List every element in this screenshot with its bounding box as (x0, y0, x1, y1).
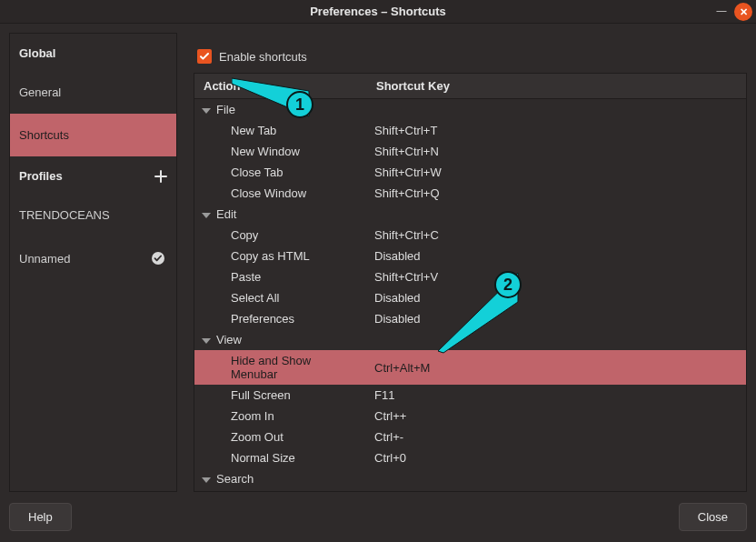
chevron-down-icon (202, 213, 211, 218)
sidebar-profile-trendoceans[interactable]: TRENDOCEANS (10, 194, 176, 236)
group-row[interactable]: File (194, 99, 746, 121)
shortcut-key: Shift+Ctrl+F (367, 489, 746, 492)
shortcut-key: Ctrl+- (367, 427, 746, 447)
shortcuts-table: Action Shortcut Key FileNew TabShift+Ctr… (194, 74, 746, 492)
shortcut-key: Ctrl+Alt+M (367, 350, 746, 385)
shortcut-action: Paste (194, 266, 367, 287)
titlebar: Preferences – Shortcuts — ✕ (0, 0, 756, 24)
sidebar-header-profiles: Profiles (10, 156, 176, 194)
shortcut-action: Hide and Show Menubar (194, 350, 367, 385)
preferences-window: Preferences – Shortcuts — ✕ Global Gener… (0, 0, 756, 542)
shortcut-action: Copy (194, 225, 367, 246)
profiles-label: Profiles (19, 169, 63, 183)
shortcut-action: Normal Size (194, 447, 367, 468)
shortcut-key: Shift+Ctrl+N (367, 141, 746, 162)
group-label: File (216, 103, 235, 116)
shortcut-row[interactable]: Close TabShift+Ctrl+W (194, 162, 746, 183)
shortcut-action: Zoom In (194, 406, 367, 427)
shortcut-row[interactable]: Close WindowShift+Ctrl+Q (194, 183, 746, 204)
shortcut-key: Disabled (367, 246, 746, 266)
sidebar-item-general[interactable]: General (10, 71, 176, 114)
shortcut-key: Shift+Ctrl+W (367, 162, 746, 183)
sidebar-header-global: Global (10, 34, 176, 71)
group-label: View (216, 333, 242, 346)
help-button[interactable]: Help (9, 503, 72, 531)
profile-label: TRENDOCEANS (19, 208, 110, 222)
shortcut-action: Full Screen (194, 385, 367, 406)
shortcut-key: Shift+Ctrl+C (367, 225, 746, 246)
shortcut-key: Shift+Ctrl+T (367, 120, 746, 141)
sidebar-item-shortcuts[interactable]: Shortcuts (10, 114, 176, 156)
group-label: Search (216, 472, 254, 486)
minimize-button[interactable]: — (712, 3, 731, 21)
shortcut-action: Close Window (194, 183, 367, 204)
chevron-down-icon (202, 477, 211, 483)
group-row[interactable]: Search (194, 468, 746, 489)
enable-shortcuts-row: Enable shortcuts (194, 33, 747, 73)
shortcut-key: Ctrl+0 (367, 447, 746, 468)
shortcut-key: Ctrl++ (367, 406, 746, 427)
shortcut-row[interactable]: CopyShift+Ctrl+C (194, 225, 746, 246)
table-header-row: Action Shortcut Key (194, 74, 746, 99)
enable-shortcuts-checkbox[interactable] (197, 49, 212, 64)
profile-label: Unnamed (19, 252, 70, 266)
shortcut-key: Shift+Ctrl+Q (367, 183, 746, 204)
shortcut-action: New Tab (194, 120, 367, 141)
shortcut-row[interactable]: New WindowShift+Ctrl+N (194, 141, 746, 162)
shortcut-action: Copy as HTML (194, 246, 367, 266)
close-button[interactable]: Close (679, 503, 747, 531)
shortcut-key: Disabled (367, 287, 746, 308)
close-window-button[interactable]: ✕ (734, 3, 752, 21)
group-row[interactable]: View (194, 329, 746, 350)
shortcut-row[interactable]: Full ScreenF11 (194, 385, 746, 406)
shortcuts-table-wrap: Action Shortcut Key FileNew TabShift+Ctr… (194, 73, 747, 492)
shortcut-row[interactable]: New TabShift+Ctrl+T (194, 120, 746, 141)
shortcut-action: Find (194, 489, 367, 492)
default-profile-icon (151, 251, 165, 266)
shortcut-key: Shift+Ctrl+V (367, 266, 746, 287)
footer: Help Close (9, 501, 747, 533)
shortcut-key: Disabled (367, 308, 746, 329)
shortcut-row[interactable]: Select AllDisabled (194, 287, 746, 308)
sidebar: Global General Shortcuts Profiles TRENDO… (9, 33, 177, 492)
close-icon: ✕ (740, 7, 748, 17)
body: Global General Shortcuts Profiles TRENDO… (9, 33, 747, 492)
shortcut-row[interactable]: Hide and Show MenubarCtrl+Alt+M (194, 350, 746, 385)
shortcut-row[interactable]: Normal SizeCtrl+0 (194, 447, 746, 468)
shortcut-action: Preferences (194, 308, 367, 329)
check-icon (199, 51, 210, 62)
shortcut-row[interactable]: PreferencesDisabled (194, 308, 746, 329)
shortcut-action: Close Tab (194, 162, 367, 183)
shortcut-row[interactable]: Zoom InCtrl++ (194, 406, 746, 427)
enable-shortcuts-label: Enable shortcuts (219, 50, 307, 64)
shortcut-row[interactable]: FindShift+Ctrl+F (194, 489, 746, 492)
group-row[interactable]: Edit (194, 204, 746, 225)
shortcut-action: Select All (194, 287, 367, 308)
content: Enable shortcuts Action Shortcut Key Fil… (177, 33, 747, 492)
chevron-down-icon (202, 108, 211, 114)
window-controls: — ✕ (712, 3, 752, 21)
add-profile-button[interactable] (154, 170, 167, 183)
shortcut-action: New Window (194, 141, 367, 162)
shortcut-row[interactable]: PasteShift+Ctrl+V (194, 266, 746, 287)
shortcut-key: F11 (367, 385, 746, 406)
window-title: Preferences – Shortcuts (310, 5, 446, 18)
sidebar-profile-unnamed[interactable]: Unnamed (10, 236, 176, 280)
shortcut-row[interactable]: Copy as HTMLDisabled (194, 246, 746, 266)
col-action-header[interactable]: Action (194, 74, 367, 99)
minimize-icon: — (717, 5, 727, 15)
col-key-header[interactable]: Shortcut Key (367, 74, 746, 99)
group-label: Edit (216, 207, 236, 221)
shortcut-row[interactable]: Zoom OutCtrl+- (194, 427, 746, 447)
shortcut-action: Zoom Out (194, 427, 367, 447)
chevron-down-icon (202, 338, 211, 344)
